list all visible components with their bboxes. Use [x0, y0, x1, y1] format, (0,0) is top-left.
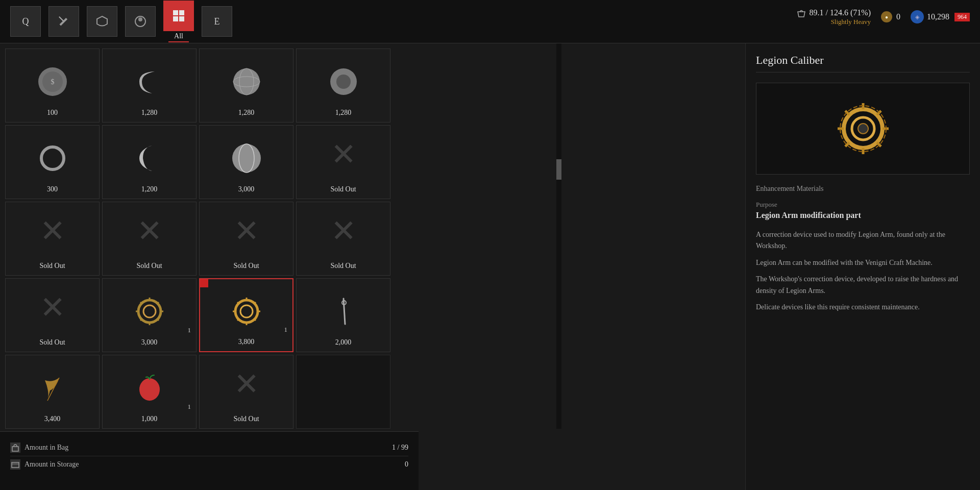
all-grid-icon [172, 9, 185, 22]
detail-panel: Legion Caliber Enhancement Materials Pur… [745, 43, 980, 490]
svg-rect-0 [60, 18, 68, 26]
svg-point-16 [41, 147, 64, 169]
tab-q-button[interactable]: Q [10, 6, 41, 37]
detail-category: Enhancement Materials [756, 185, 970, 193]
grid-cell-3-0[interactable]: ✕ Sold Out [5, 278, 100, 352]
scrollbar-track[interactable] [556, 43, 561, 429]
item-icon-moon1 [129, 61, 170, 102]
tab-weapons-button[interactable] [48, 6, 79, 37]
grid-cell-4-3[interactable] [296, 355, 390, 429]
grid-cell-0-1[interactable]: 1,280 [102, 48, 197, 122]
svg-point-48 [858, 124, 868, 134]
top-bar: Q [0, 0, 980, 43]
detail-description: A correction device used to modify Legio… [756, 229, 970, 313]
sold-out-overlay: ✕ [297, 126, 390, 183]
detail-purpose-label: Purpose [756, 201, 970, 209]
tab-icons: Q [10, 1, 232, 42]
sold-out-overlay-2-2: ✕ [200, 202, 293, 260]
item-icon-feather [32, 368, 73, 408]
storage-row: Amount in Storage 0 [10, 456, 408, 473]
weight-icon [796, 8, 806, 18]
tab-all-button[interactable]: All [163, 1, 194, 42]
sold-out-overlay-2-1: ✕ [103, 202, 196, 260]
item-icon-gear-ring-1 [129, 291, 170, 332]
grid-cell-1-3[interactable]: ✕ Sold Out [296, 125, 390, 199]
weapons-icon [56, 14, 71, 29]
sold-out-overlay-2-3: ✕ [297, 202, 390, 260]
svg-rect-5 [179, 10, 184, 15]
bottom-bar: Amount in Bag 1 / 99 Amount in Storage 0 [0, 431, 419, 490]
scrollbar-thumb[interactable] [556, 159, 561, 180]
svg-rect-4 [173, 10, 178, 15]
currency-section: ● 0 [881, 11, 900, 22]
weight-section: 89.1 / 124.6 (71%) Slightly Heavy [796, 8, 871, 26]
detail-purpose-value: Legion Arm modification part [756, 211, 970, 220]
svg-point-30 [240, 305, 253, 317]
grid-cell-2-1[interactable]: ✕ Sold Out [102, 202, 197, 276]
svg-point-11 [233, 68, 260, 95]
currency-icon: ● [881, 11, 892, 22]
grid-cell-4-2[interactable]: ✕ Sold Out [199, 355, 293, 429]
svg-point-3 [138, 17, 142, 21]
corner-red-indicator [200, 279, 208, 287]
svg-text:$: $ [51, 78, 54, 86]
grid-cell-3-1[interactable]: 1 3,000 [102, 278, 197, 352]
ergo-section: ◈ 10,298 964 [911, 10, 970, 23]
svg-rect-43 [12, 447, 18, 451]
tab-armor-button[interactable] [87, 6, 117, 37]
item-grid: $ 100 1,280 1,280 1,280 3 [5, 48, 413, 429]
sold-out-overlay-3-0: ✕ [6, 279, 99, 336]
svg-point-15 [336, 75, 351, 89]
detail-image [756, 83, 970, 175]
grid-cell-4-1[interactable]: 1 1,000 [102, 355, 197, 429]
grid-cell-1-2[interactable]: 3,000 [199, 125, 293, 199]
item-icon-gear-ring-selected [226, 291, 267, 332]
item-icon-needle [323, 291, 364, 332]
item-icon-sphere2 [323, 61, 364, 102]
item-icon-moon-half [129, 138, 170, 179]
item-icon-apple [129, 368, 170, 408]
bag-row: Amount in Bag 1 / 99 [10, 439, 408, 456]
item-icon-sphere1 [226, 61, 267, 102]
sold-out-overlay-2-0: ✕ [6, 202, 99, 260]
svg-point-20 [143, 305, 156, 317]
grid-cell-0-0[interactable]: $ 100 [5, 48, 100, 122]
item-icon-coin: $ [32, 61, 73, 102]
svg-point-17 [232, 144, 261, 173]
svg-rect-7 [179, 16, 184, 21]
bag-icon [10, 443, 20, 453]
status-bar: 89.1 / 124.6 (71%) Slightly Heavy ● 0 ◈ … [796, 8, 970, 26]
bag-label-container: Amount in Bag [10, 443, 68, 453]
grid-cell-1-1[interactable]: 1,200 [102, 125, 197, 199]
grid-cell-2-2[interactable]: ✕ Sold Out [199, 202, 293, 276]
svg-point-42 [139, 378, 160, 401]
grid-cell-0-2[interactable]: 1,280 [199, 48, 293, 122]
grid-cell-4-0[interactable]: 3,400 [5, 355, 100, 429]
grid-cell-0-3[interactable]: 1,280 [296, 48, 390, 122]
detail-title: Legion Caliber [756, 54, 970, 72]
tab-all-underline [168, 41, 189, 42]
detail-item-image [832, 98, 894, 159]
tab-consume-button[interactable] [125, 6, 156, 37]
storage-icon [10, 459, 20, 470]
grid-cell-2-3[interactable]: ✕ Sold Out [296, 202, 390, 276]
tab-e-button[interactable]: E [202, 6, 232, 37]
sold-out-overlay-4-2: ✕ [200, 355, 293, 413]
svg-line-39 [344, 299, 345, 324]
svg-rect-6 [173, 16, 178, 21]
grid-cell-1-0[interactable]: 300 [5, 125, 100, 199]
armor-icon [94, 14, 110, 29]
grid-cell-2-0[interactable]: ✕ Sold Out [5, 202, 100, 276]
item-icon-sphere-lg [226, 138, 267, 179]
ergo-icon: ◈ [911, 10, 924, 23]
storage-label-container: Amount in Storage [10, 459, 79, 470]
svg-rect-1 [59, 16, 64, 21]
grid-area: $ 100 1,280 1,280 1,280 3 [0, 43, 419, 429]
grid-cell-3-2[interactable]: 1 3,800 [199, 278, 293, 352]
grid-cell-3-3[interactable]: 2,000 [296, 278, 390, 352]
svg-rect-44 [12, 462, 19, 468]
consume-icon [133, 14, 148, 29]
tab-all-icon [163, 1, 194, 31]
item-icon-ring-small [32, 138, 73, 179]
